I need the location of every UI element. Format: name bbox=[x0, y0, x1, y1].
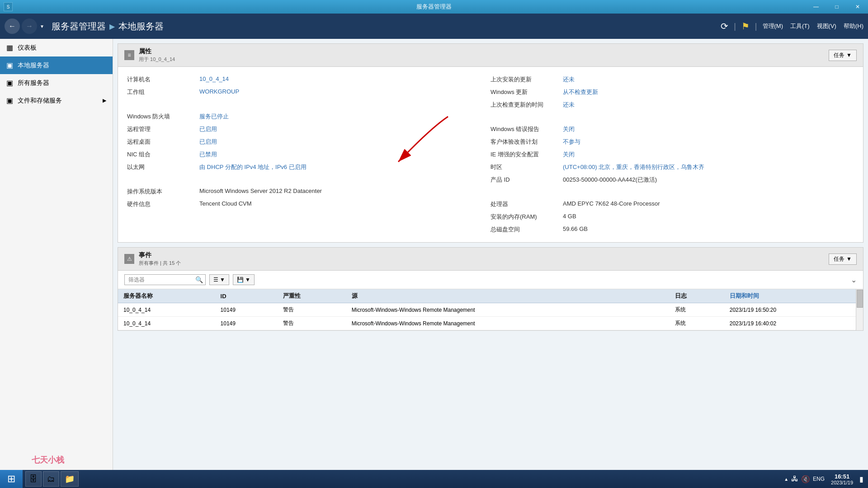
events-panel-titles: 事件 所有事件 | 共 15 个 bbox=[139, 251, 181, 267]
table-row[interactable]: 10_0_4_14 10149 警告 Microsoft-Windows-Win… bbox=[118, 303, 863, 317]
col-datetime[interactable]: 日期和时间 bbox=[724, 289, 863, 303]
sidebar-label-all-servers: 所有服务器 bbox=[18, 79, 49, 87]
breadcrumb-sep: ▶ bbox=[109, 22, 115, 31]
manage-menu[interactable]: 管理(M) bbox=[763, 22, 783, 30]
prop-last-update-check: 上次检查更新的时间 还未 bbox=[491, 99, 854, 111]
window-controls: — □ ✕ bbox=[806, 0, 868, 14]
folder-app-icon: 📁 bbox=[65, 474, 75, 484]
events-subtitle: 所有事件 | 共 15 个 bbox=[139, 260, 181, 267]
toolbar-sep2: | bbox=[755, 22, 757, 31]
sidebar-item-dashboard[interactable]: ▦ 仪表板 bbox=[0, 39, 113, 56]
sidebar-item-file-storage[interactable]: ▣ 文件和存储服务 ▶ bbox=[0, 92, 113, 109]
events-task-button[interactable]: 任务 ▼ bbox=[829, 253, 857, 265]
minimize-button[interactable]: — bbox=[806, 0, 826, 14]
prop-os-version: 操作系统版本 Microsoft Windows Server 2012 R2 … bbox=[127, 185, 491, 198]
maximize-button[interactable]: □ bbox=[826, 0, 847, 14]
lang-badge[interactable]: ENG bbox=[813, 476, 825, 482]
prop-windows-update: Windows 更新 从不检查更新 bbox=[491, 86, 854, 99]
prop-spacer4 bbox=[491, 186, 854, 198]
scrollbar-track[interactable] bbox=[856, 289, 863, 330]
sidebar-label-file-storage: 文件和存储服务 bbox=[18, 97, 62, 105]
properties-right-col: 上次安装的更新 还未 Windows 更新 从不检查更新 上次检查更新的时间 还… bbox=[491, 73, 854, 236]
prop-processor: 处理器 AMD EPYC 7K62 48-Core Processor bbox=[491, 198, 854, 211]
taskbar-app-server-manager[interactable]: 🗄 bbox=[25, 471, 42, 487]
row1-datetime: 2023/1/19 16:50:20 bbox=[724, 303, 863, 317]
events-title: 事件 bbox=[139, 251, 181, 259]
taskbar-clock[interactable]: 16:51 2023/1/19 bbox=[827, 473, 857, 485]
prop-hardware: 硬件信息 Tencent Cloud CVM bbox=[127, 198, 491, 211]
local-server-icon: ▣ bbox=[6, 61, 13, 70]
breadcrumb: 服务器管理器 ▶ 本地服务器 bbox=[52, 20, 164, 33]
scrollbar-thumb[interactable] bbox=[857, 290, 863, 308]
prop-remote-desktop: 远程桌面 已启用 bbox=[127, 136, 491, 148]
events-table-body: 10_0_4_14 10149 警告 Microsoft-Windows-Win… bbox=[118, 303, 863, 330]
toolbar: ← → ▼ 服务器管理器 ▶ 本地服务器 ⟳ | ⚑ | 管理(M) 工具(T)… bbox=[0, 14, 868, 39]
start-button[interactable]: ⊞ bbox=[0, 470, 23, 488]
prop-ram: 安装的内存(RAM) 4 GB bbox=[491, 211, 854, 223]
file-storage-arrow: ▶ bbox=[103, 98, 106, 103]
sidebar-item-local-server[interactable]: ▣ 本地服务器 bbox=[0, 56, 113, 74]
breadcrumb-current: 本地服务器 bbox=[118, 20, 164, 33]
all-servers-icon: ▣ bbox=[6, 79, 13, 87]
show-desktop-button[interactable]: ▮ bbox=[859, 475, 863, 483]
col-severity[interactable]: 严重性 bbox=[278, 289, 346, 303]
flag-icon[interactable]: ⚑ bbox=[741, 21, 750, 32]
events-panel: ⚠ 事件 所有事件 | 共 15 个 任务 ▼ 🔍 ☰ ▼ bbox=[118, 247, 863, 331]
table-row[interactable]: 10_0_4_14 10149 警告 Microsoft-Windows-Win… bbox=[118, 317, 863, 330]
properties-section: 计算机名 10_0_4_14 工作组 WORKGROUP Windows 防火墙… bbox=[118, 67, 863, 242]
taskbar-time-display: 16:51 bbox=[831, 473, 853, 480]
sidebar-item-all-servers[interactable]: ▣ 所有服务器 bbox=[0, 74, 113, 92]
taskbar-app-explorer[interactable]: 🗂 bbox=[43, 471, 59, 487]
back-button[interactable]: ← bbox=[5, 19, 20, 34]
filter-list-button[interactable]: ☰ ▼ bbox=[209, 274, 229, 285]
taskbar-app-folder[interactable]: 📁 bbox=[61, 471, 79, 487]
prop-timezone: 时区 (UTC+08:00) 北京，重庆，香港特别行政区，乌鲁木齐 bbox=[491, 161, 854, 174]
title-text: 服务器管理器 bbox=[416, 3, 452, 11]
nav-dropdown-arrow[interactable]: ▼ bbox=[40, 24, 44, 29]
properties-task-button[interactable]: 任务 ▼ bbox=[829, 50, 857, 61]
filter-export-button[interactable]: 💾 ▼ bbox=[233, 274, 255, 285]
row2-severity: 警告 bbox=[278, 317, 346, 330]
row1-source: Microsoft-Windows-Windows Remote Managem… bbox=[346, 303, 670, 317]
sidebar-label-local-server: 本地服务器 bbox=[18, 61, 49, 70]
tools-menu[interactable]: 工具(T) bbox=[790, 22, 810, 30]
prop-computer-name: 计算机名 10_0_4_14 bbox=[127, 73, 491, 86]
events-header-row: 服务器名称 ID 严重性 源 日志 日期和时间 bbox=[118, 289, 863, 303]
properties-panel-header: ≡ 属性 用于 10_0_4_14 任务 ▼ bbox=[118, 44, 863, 67]
dashboard-icon: ▦ bbox=[6, 43, 13, 52]
taskbar: ⊞ 🗄 🗂 📁 ▲ 🖧 🔇 ENG 16:51 2023/1/19 ▮ bbox=[0, 470, 868, 488]
help-menu[interactable]: 帮助(H) bbox=[844, 22, 863, 30]
toolbar-sep1: | bbox=[734, 22, 736, 31]
prop-spacer3 bbox=[491, 111, 854, 123]
row2-source: Microsoft-Windows-Windows Remote Managem… bbox=[346, 317, 670, 330]
prop-last-update-install: 上次安装的更新 还未 bbox=[491, 73, 854, 86]
col-log[interactable]: 日志 bbox=[670, 289, 724, 303]
taskbar-system-tray: ▲ 🖧 🔇 ENG 16:51 2023/1/19 ▮ bbox=[779, 473, 868, 485]
col-server-name[interactable]: 服务器名称 bbox=[118, 289, 215, 303]
explorer-app-icon: 🗂 bbox=[47, 474, 55, 484]
prop-spacer1 bbox=[127, 99, 491, 110]
row2-server: 10_0_4_14 bbox=[118, 317, 215, 330]
view-menu[interactable]: 视图(V) bbox=[817, 22, 836, 30]
filter-input[interactable] bbox=[124, 274, 206, 285]
refresh-button[interactable]: ⟳ bbox=[721, 21, 728, 32]
prop-remote-mgmt: 远程管理 已启用 bbox=[127, 123, 491, 136]
events-panel-icon: ⚠ bbox=[124, 254, 134, 264]
properties-panel-icon: ≡ bbox=[124, 50, 134, 60]
close-button[interactable]: ✕ bbox=[847, 0, 868, 14]
filter-collapse[interactable]: ⌄ bbox=[851, 276, 857, 284]
notify-expand-icon[interactable]: ▲ bbox=[784, 477, 788, 482]
network-icon[interactable]: 🖧 bbox=[791, 475, 798, 483]
prop-disk: 总磁盘空间 59.66 GB bbox=[491, 223, 854, 236]
row1-id: 10149 bbox=[215, 303, 278, 317]
toolbar-right: ⟳ | ⚑ | 管理(M) 工具(T) 视图(V) 帮助(H) bbox=[721, 21, 863, 32]
forward-button[interactable]: → bbox=[22, 19, 37, 34]
prop-spacer2 bbox=[127, 174, 491, 185]
breadcrumb-root[interactable]: 服务器管理器 bbox=[52, 20, 106, 33]
toolbar-menus: 管理(M) 工具(T) 视图(V) 帮助(H) bbox=[763, 22, 864, 30]
col-source[interactable]: 源 bbox=[346, 289, 670, 303]
prop-nic: NIC 组合 已禁用 bbox=[127, 148, 491, 161]
properties-grid: 计算机名 10_0_4_14 工作组 WORKGROUP Windows 防火墙… bbox=[118, 67, 863, 242]
col-id[interactable]: ID bbox=[215, 289, 278, 303]
filter-search-icon[interactable]: 🔍 bbox=[195, 276, 203, 283]
